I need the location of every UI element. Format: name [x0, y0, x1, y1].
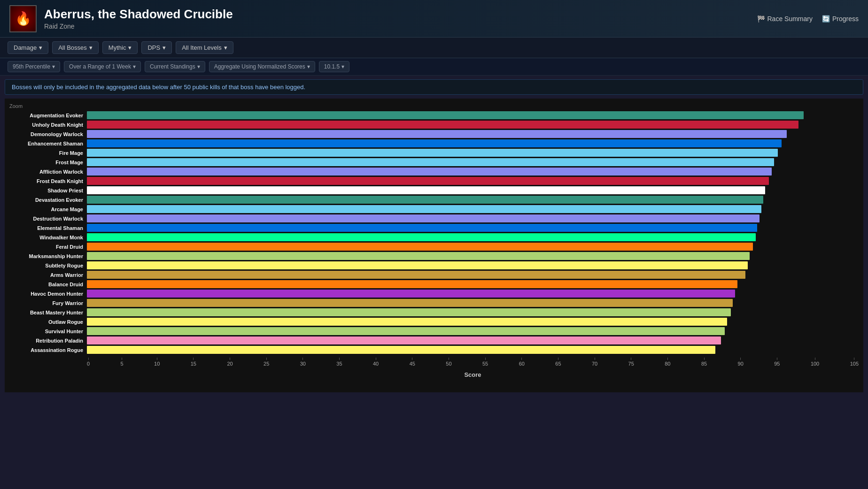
percentile-filter[interactable]: 95th Percentile ▾ [8, 61, 60, 72]
x-tick-line [558, 358, 558, 360]
range-filter[interactable]: Over a Range of 1 Week ▾ [64, 61, 141, 72]
x-tick-label: 20 [227, 361, 232, 367]
spec-bar [87, 158, 774, 166]
version-filter[interactable]: 10.1.5 ▾ [319, 61, 349, 72]
x-tick-label: 105 [850, 361, 859, 367]
x-tick-label: 85 [701, 361, 707, 367]
x-tick: 95 [774, 358, 780, 367]
x-tick-line [302, 358, 303, 360]
x-tick-label: 60 [519, 361, 525, 367]
bar-container [87, 299, 859, 307]
spec-bar [87, 346, 715, 354]
table-row: Havoc Demon Hunter [9, 289, 859, 298]
table-row: Frost Mage [9, 158, 859, 167]
spec-label: Subtlety Rogue [9, 263, 87, 268]
x-tick-label: 100 [811, 361, 819, 367]
x-tick-label: 80 [665, 361, 670, 367]
spec-bar [87, 130, 787, 138]
x-tick: 25 [264, 358, 269, 367]
spec-label: Havoc Demon Hunter [9, 291, 87, 297]
x-tick-line [193, 358, 194, 360]
x-tick: 0 [87, 358, 90, 367]
table-row: Demonology Warlock [9, 130, 859, 138]
table-row: Elemental Shaman [9, 223, 859, 232]
bar-container [87, 327, 859, 335]
chevron-down-icon: ▾ [52, 63, 55, 70]
x-tick: 55 [482, 358, 488, 367]
bar-container [87, 224, 859, 232]
spec-label: Beast Mastery Hunter [9, 310, 87, 315]
chevron-down-icon: ▾ [89, 44, 93, 51]
x-tick-label: 55 [482, 361, 488, 367]
x-tick: 80 [665, 358, 670, 367]
x-tick-label: 75 [628, 361, 634, 367]
bar-container [87, 121, 859, 129]
x-tick: 20 [227, 358, 232, 367]
spec-bar [87, 261, 748, 269]
x-tick-label: 40 [373, 361, 379, 367]
table-row: Balance Druid [9, 280, 859, 289]
x-tick: 35 [336, 358, 342, 367]
x-tick-line [230, 358, 230, 360]
table-row: Assassination Rogue [9, 345, 859, 354]
dps-filter[interactable]: DPS ▾ [141, 41, 172, 54]
damage-filter[interactable]: Damage ▾ [8, 41, 48, 54]
bar-container [87, 318, 859, 326]
chevron-down-icon: ▾ [341, 63, 344, 70]
standings-filter[interactable]: Current Standings ▾ [145, 61, 205, 72]
spec-label: Frost Death Knight [9, 178, 87, 184]
x-tick-label: 35 [336, 361, 342, 367]
x-tick-line [266, 358, 267, 360]
table-row: Destruction Warlock [9, 214, 859, 223]
bar-container [87, 243, 859, 251]
x-tick-line [521, 358, 522, 360]
header-text: Aberrus, the Shadowed Crucible Raid Zone [44, 7, 233, 30]
spec-label: Marksmanship Hunter [9, 253, 87, 259]
x-tick-label: 50 [446, 361, 451, 367]
race-summary-link[interactable]: 🏁 Race Summary [757, 15, 813, 23]
page-subtitle: Raid Zone [44, 23, 233, 30]
x-tick-label: 0 [87, 361, 90, 367]
spec-bar [87, 196, 763, 204]
x-tick-line [667, 358, 668, 360]
x-tick: 105 [850, 358, 859, 367]
chart-area: Zoom Augmentation EvokerUnholy Death Kni… [5, 99, 863, 392]
x-tick: 60 [519, 358, 525, 367]
x-tick: 65 [555, 358, 561, 367]
x-tick: 45 [410, 358, 415, 367]
bar-container [87, 149, 859, 157]
bar-container [87, 290, 859, 298]
item-levels-filter[interactable]: All Item Levels ▾ [176, 41, 233, 54]
zoom-label: Zoom [9, 103, 859, 109]
aggregate-filter[interactable]: Aggregate Using Normalized Scores ▾ [209, 61, 315, 72]
bar-container [87, 336, 859, 344]
x-tick-line [88, 358, 89, 360]
spec-label: Frost Mage [9, 160, 87, 165]
zone-icon: 🔥 [9, 5, 37, 32]
table-row: Frost Death Knight [9, 176, 859, 185]
spec-bar [87, 149, 778, 157]
all-bosses-filter[interactable]: All Bosses ▾ [52, 41, 99, 54]
bar-container [87, 168, 859, 176]
mythic-filter[interactable]: Mythic ▾ [102, 41, 138, 54]
progress-link[interactable]: 🔄 Progress [822, 15, 859, 23]
x-tick: 30 [300, 358, 306, 367]
spec-bar [87, 168, 772, 176]
x-tick: 85 [701, 358, 707, 367]
x-tick-line [412, 358, 412, 360]
spec-bar [87, 121, 798, 129]
bar-container [87, 308, 859, 316]
bar-chart: Augmentation EvokerUnholy Death KnightDe… [9, 111, 859, 355]
top-filter-bar: Damage ▾ All Bosses ▾ Mythic ▾ DPS ▾ All… [0, 38, 868, 58]
spec-bar [87, 318, 727, 326]
x-tick-label: 30 [300, 361, 306, 367]
table-row: Outlaw Rogue [9, 317, 859, 326]
table-row: Enhancement Shaman [9, 139, 859, 148]
x-tick-line [449, 358, 449, 360]
table-row: Windwalker Monk [9, 233, 859, 242]
x-tick: 15 [191, 358, 196, 367]
table-row: Retribution Paladin [9, 336, 859, 345]
chart-wrapper: Augmentation EvokerUnholy Death KnightDe… [9, 111, 859, 378]
spec-label: Shadow Priest [9, 188, 87, 193]
bar-container [87, 233, 859, 241]
